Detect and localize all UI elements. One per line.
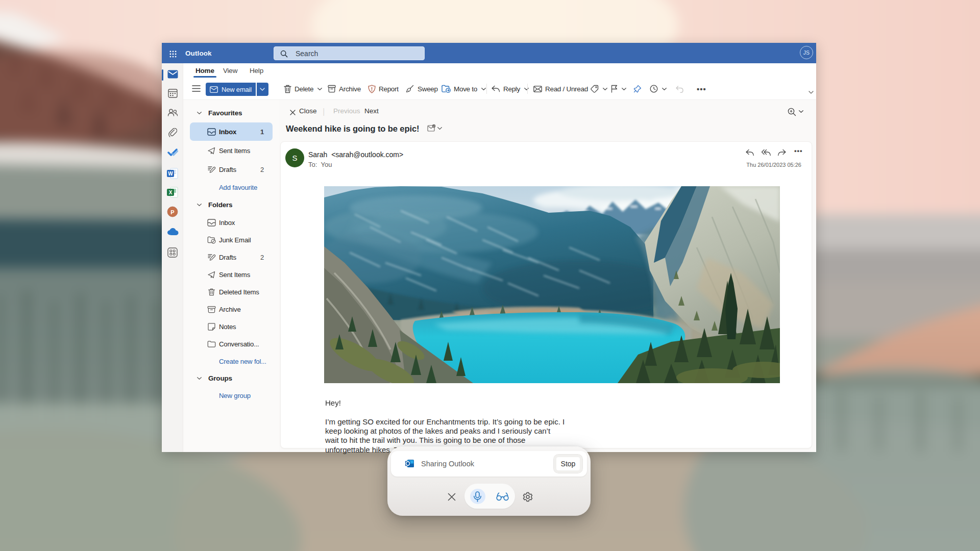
svg-text:P: P [170,209,174,215]
svg-text:W: W [168,171,173,177]
svg-text:X: X [169,190,173,195]
